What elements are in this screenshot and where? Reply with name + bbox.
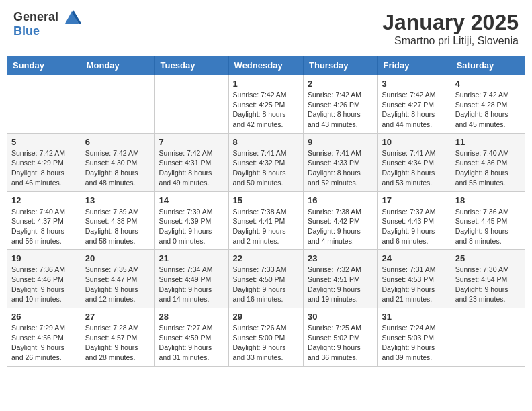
day-info: Sunrise: 7:31 AMSunset: 4:53 PMDaylight:…: [382, 265, 446, 304]
calendar-cell: 26Sunrise: 7:29 AMSunset: 4:56 PMDayligh…: [7, 308, 81, 367]
calendar-cell: 7Sunrise: 7:42 AMSunset: 4:31 PMDaylight…: [154, 133, 228, 191]
calendar-row-2: 5Sunrise: 7:42 AMSunset: 4:29 PMDaylight…: [7, 133, 525, 191]
calendar-row-1: 1Sunrise: 7:42 AMSunset: 4:25 PMDaylight…: [7, 75, 525, 134]
day-number: 20: [85, 253, 150, 263]
day-info: Sunrise: 7:24 AMSunset: 5:03 PMDaylight:…: [382, 323, 446, 363]
calendar-cell: 15Sunrise: 7:38 AMSunset: 4:41 PMDayligh…: [228, 191, 303, 250]
day-number: 23: [308, 253, 373, 263]
calendar-cell: 1Sunrise: 7:42 AMSunset: 4:25 PMDaylight…: [228, 75, 303, 134]
month-title: January 2025: [382, 10, 519, 35]
day-info: Sunrise: 7:41 AMSunset: 4:34 PMDaylight:…: [382, 148, 446, 188]
calendar-cell: 8Sunrise: 7:41 AMSunset: 4:32 PMDaylight…: [228, 133, 303, 191]
calendar-cell: 13Sunrise: 7:39 AMSunset: 4:38 PMDayligh…: [81, 191, 154, 250]
calendar-cell: 3Sunrise: 7:42 AMSunset: 4:27 PMDaylight…: [378, 75, 451, 134]
day-info: Sunrise: 7:33 AMSunset: 4:50 PMDaylight:…: [233, 265, 299, 304]
calendar-cell: 9Sunrise: 7:41 AMSunset: 4:33 PMDaylight…: [304, 133, 378, 191]
calendar-cell: 2Sunrise: 7:42 AMSunset: 4:26 PMDaylight…: [304, 75, 378, 134]
location-title: Smartno pri Litiji, Slovenia: [382, 35, 519, 47]
logo-blue: Blue: [13, 24, 40, 38]
calendar-cell: 17Sunrise: 7:37 AMSunset: 4:43 PMDayligh…: [378, 191, 451, 250]
calendar-cell: [7, 75, 81, 134]
calendar-cell: 21Sunrise: 7:34 AMSunset: 4:49 PMDayligh…: [154, 250, 228, 308]
day-info: Sunrise: 7:30 AMSunset: 4:54 PMDaylight:…: [455, 265, 521, 304]
calendar-cell: 16Sunrise: 7:38 AMSunset: 4:42 PMDayligh…: [304, 191, 378, 250]
day-number: 27: [85, 312, 150, 322]
calendar-cell: 20Sunrise: 7:35 AMSunset: 4:47 PMDayligh…: [81, 250, 154, 308]
day-info: Sunrise: 7:41 AMSunset: 4:32 PMDaylight:…: [233, 148, 299, 188]
calendar-cell: 6Sunrise: 7:42 AMSunset: 4:30 PMDaylight…: [81, 133, 154, 191]
calendar-cell: 4Sunrise: 7:42 AMSunset: 4:28 PMDaylight…: [451, 75, 525, 134]
day-info: Sunrise: 7:25 AMSunset: 5:02 PMDaylight:…: [308, 323, 373, 363]
day-info: Sunrise: 7:28 AMSunset: 4:57 PMDaylight:…: [85, 323, 150, 363]
calendar-cell: 14Sunrise: 7:39 AMSunset: 4:39 PMDayligh…: [154, 191, 228, 250]
day-number: 22: [233, 253, 299, 263]
day-number: 8: [233, 137, 299, 147]
day-info: Sunrise: 7:36 AMSunset: 4:45 PMDaylight:…: [455, 207, 521, 246]
calendar-cell: 22Sunrise: 7:33 AMSunset: 4:50 PMDayligh…: [228, 250, 303, 308]
day-info: Sunrise: 7:26 AMSunset: 5:00 PMDaylight:…: [233, 323, 299, 363]
day-number: 18: [455, 195, 521, 205]
day-info: Sunrise: 7:42 AMSunset: 4:26 PMDaylight:…: [308, 90, 373, 130]
calendar-cell: [154, 75, 228, 134]
calendar-cell: 28Sunrise: 7:27 AMSunset: 4:59 PMDayligh…: [154, 308, 228, 367]
day-number: 15: [233, 195, 299, 205]
day-number: 4: [455, 79, 521, 89]
calendar-cell: 29Sunrise: 7:26 AMSunset: 5:00 PMDayligh…: [228, 308, 303, 367]
day-info: Sunrise: 7:42 AMSunset: 4:27 PMDaylight:…: [382, 90, 446, 130]
day-number: 10: [382, 137, 446, 147]
day-number: 11: [455, 137, 521, 147]
col-wednesday: Wednesday: [228, 56, 303, 75]
calendar-cell: 18Sunrise: 7:36 AMSunset: 4:45 PMDayligh…: [451, 191, 525, 250]
day-info: Sunrise: 7:41 AMSunset: 4:33 PMDaylight:…: [308, 148, 373, 188]
calendar-cell: 30Sunrise: 7:25 AMSunset: 5:02 PMDayligh…: [304, 308, 378, 367]
day-number: 28: [159, 312, 224, 322]
calendar-row-5: 26Sunrise: 7:29 AMSunset: 4:56 PMDayligh…: [7, 308, 525, 367]
day-info: Sunrise: 7:39 AMSunset: 4:39 PMDaylight:…: [159, 207, 224, 246]
calendar-cell: [81, 75, 154, 134]
calendar-cell: 24Sunrise: 7:31 AMSunset: 4:53 PMDayligh…: [378, 250, 451, 308]
col-saturday: Saturday: [451, 56, 525, 75]
col-sunday: Sunday: [7, 56, 81, 75]
logo-icon: [62, 10, 81, 25]
day-number: 21: [159, 253, 224, 263]
day-info: Sunrise: 7:27 AMSunset: 4:59 PMDaylight:…: [159, 323, 224, 363]
calendar-cell: 31Sunrise: 7:24 AMSunset: 5:03 PMDayligh…: [378, 308, 451, 367]
col-tuesday: Tuesday: [154, 56, 228, 75]
day-info: Sunrise: 7:40 AMSunset: 4:36 PMDaylight:…: [455, 148, 521, 188]
col-monday: Monday: [81, 56, 154, 75]
day-number: 31: [382, 312, 446, 322]
calendar-row-3: 12Sunrise: 7:40 AMSunset: 4:37 PMDayligh…: [7, 191, 525, 250]
calendar-cell: 25Sunrise: 7:30 AMSunset: 4:54 PMDayligh…: [451, 250, 525, 308]
day-number: 13: [85, 195, 150, 205]
calendar-cell: [451, 308, 525, 367]
calendar-cell: 5Sunrise: 7:42 AMSunset: 4:29 PMDaylight…: [7, 133, 81, 191]
day-info: Sunrise: 7:34 AMSunset: 4:49 PMDaylight:…: [159, 265, 224, 304]
day-info: Sunrise: 7:42 AMSunset: 4:28 PMDaylight:…: [455, 90, 521, 130]
day-number: 6: [85, 137, 150, 147]
col-friday: Friday: [378, 56, 451, 75]
calendar-row-4: 19Sunrise: 7:36 AMSunset: 4:46 PMDayligh…: [7, 250, 525, 308]
day-info: Sunrise: 7:32 AMSunset: 4:51 PMDaylight:…: [308, 265, 373, 304]
logo-general: General: [13, 10, 58, 24]
col-thursday: Thursday: [304, 56, 378, 75]
day-info: Sunrise: 7:39 AMSunset: 4:38 PMDaylight:…: [85, 207, 150, 246]
day-number: 5: [11, 137, 77, 147]
day-number: 16: [308, 195, 373, 205]
calendar-table: Sunday Monday Tuesday Wednesday Thursday…: [7, 56, 525, 367]
calendar-cell: 11Sunrise: 7:40 AMSunset: 4:36 PMDayligh…: [451, 133, 525, 191]
calendar-cell: 27Sunrise: 7:28 AMSunset: 4:57 PMDayligh…: [81, 308, 154, 367]
day-number: 14: [159, 195, 224, 205]
title-section: January 2025 Smartno pri Litiji, Sloveni…: [382, 10, 519, 47]
day-number: 9: [308, 137, 373, 147]
day-info: Sunrise: 7:42 AMSunset: 4:30 PMDaylight:…: [85, 148, 150, 188]
day-info: Sunrise: 7:42 AMSunset: 4:29 PMDaylight:…: [11, 148, 77, 188]
day-info: Sunrise: 7:36 AMSunset: 4:46 PMDaylight:…: [11, 265, 77, 304]
day-info: Sunrise: 7:29 AMSunset: 4:56 PMDaylight:…: [11, 323, 77, 363]
day-number: 30: [308, 312, 373, 322]
day-number: 19: [11, 253, 77, 263]
day-number: 1: [233, 79, 299, 89]
calendar-cell: 12Sunrise: 7:40 AMSunset: 4:37 PMDayligh…: [7, 191, 81, 250]
calendar-cell: 19Sunrise: 7:36 AMSunset: 4:46 PMDayligh…: [7, 250, 81, 308]
day-info: Sunrise: 7:42 AMSunset: 4:31 PMDaylight:…: [159, 148, 224, 188]
day-number: 12: [11, 195, 77, 205]
